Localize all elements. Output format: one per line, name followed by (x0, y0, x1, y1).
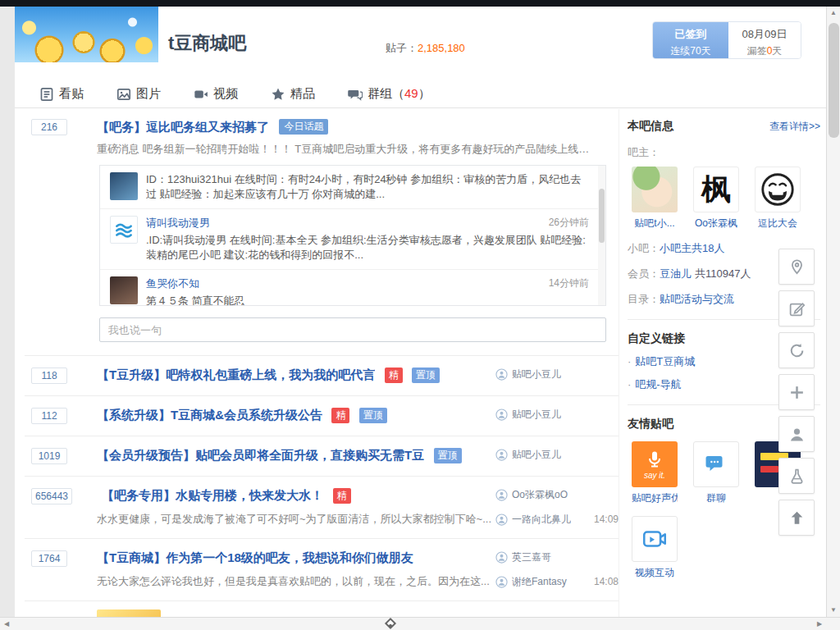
custom-link-anchor[interactable]: 贴吧T豆商城 (635, 355, 695, 368)
posts-label: 贴子： (386, 42, 418, 54)
replies-scrollbar[interactable] (598, 166, 605, 305)
scroll-left-arrow[interactable]: ◀ (0, 618, 13, 630)
avatar[interactable] (110, 216, 138, 244)
friend-forum-link[interactable]: 视频互动 (632, 566, 678, 580)
tab-videos[interactable]: 视频 (194, 86, 238, 102)
bazhu-name-link[interactable]: 贴吧t小... (632, 217, 678, 231)
reply-item: 鱼哭你不知 14分钟前 第４５条 简直不能忍 (100, 270, 605, 306)
thread-title-link[interactable]: 【吧务专用】水贴专用楼，快来发大水！ (102, 488, 323, 504)
user-icon (495, 551, 508, 564)
signin-widget: 已签到 连续70天 08月09日 漏签0天 (652, 21, 801, 59)
reply-username[interactable]: 鱼哭你不知 (146, 276, 199, 291)
tab-label: 精品 (290, 86, 315, 102)
image-icon (116, 87, 131, 102)
xiaoba-link[interactable]: 小吧主共18人 (660, 242, 724, 254)
chat-bubble-icon (704, 452, 728, 477)
horizontal-scrollbar[interactable]: ◀ ▶ (0, 617, 840, 630)
essence-badge: 精 (385, 368, 403, 383)
reply-item: ID：123hui321hui 在线时间：有时24小时，有时24秒钟 参加组织：… (100, 166, 605, 209)
reply-item: 请叫我动漫男 26分钟前 .ID:请叫我动漫男 在线时间:基本全天 参加组织:生… (100, 209, 605, 270)
tab-posts[interactable]: 看贴 (39, 86, 84, 102)
sidebar-header: 本吧信息 查看详情>> (628, 119, 820, 134)
back-to-top-button[interactable] (778, 500, 815, 536)
thread-row-partial (25, 600, 619, 617)
signin-date: 08月09日 (728, 27, 801, 42)
row-label: 会员： (628, 267, 660, 280)
friend-forum-tile[interactable]: say it. (632, 441, 678, 487)
groups-count: 49 (404, 86, 418, 100)
thread-list: 118 【T豆升级】吧特权礼包重磅上线，我为我的吧代言 精 置顶 贴吧小豆儿 1… (25, 355, 619, 617)
author-name-link[interactable]: 贴吧小豆儿 (512, 448, 561, 462)
member-title-link[interactable]: 豆油儿 (660, 267, 692, 280)
thread-title-link[interactable]: 【会员升级预告】贴吧会员即将全面升级，直接购买无需T豆 (97, 448, 424, 463)
thread-thumbnail[interactable] (97, 609, 161, 617)
thread-title-link[interactable]: 【T豆升级】吧特权礼包重磅上线，我为我的吧代言 (97, 368, 375, 383)
browser-top-strip (0, 0, 840, 7)
reply-count-badge: 118 (31, 368, 67, 384)
toolbar-lab-button[interactable] (778, 458, 815, 494)
groups-suffix: ） (418, 86, 431, 100)
view-detail-link[interactable]: 查看详情>> (769, 120, 820, 134)
reply-count-badge: 1764 (31, 550, 67, 567)
author-name-link[interactable]: 贴吧小豆儿 (512, 368, 561, 381)
avatar[interactable]: 枫 (693, 167, 739, 212)
avatar[interactable] (632, 167, 678, 212)
tab-groups[interactable]: 群组（49） (348, 86, 431, 102)
tab-pictures[interactable]: 图片 (116, 86, 161, 102)
scroll-up-arrow[interactable]: ▲ (827, 7, 840, 20)
forum-title: t豆商城吧 (168, 31, 246, 56)
scroll-down-arrow[interactable]: ▼ (827, 604, 840, 617)
scroll-right-arrow[interactable]: ▶ (813, 618, 826, 630)
author-name-link[interactable]: 贴吧小豆儿 (512, 408, 561, 422)
posts-count: 2,185,180 (418, 42, 465, 54)
toolbar-post-button[interactable] (778, 290, 815, 326)
last-reply-user-link[interactable]: 谢绝Fantasy (512, 575, 567, 589)
last-reply-user-link[interactable]: 一路向北鼻儿 (512, 513, 571, 527)
document-icon (39, 87, 54, 102)
friend-forum-cell: 群聊 (693, 441, 739, 505)
last-reply: 一路向北鼻儿 14:09 (495, 512, 619, 527)
bazhu-name-link[interactable]: 逗比大会 (755, 217, 801, 231)
reply-text: 第４５条 简直不能忍 (146, 294, 589, 306)
groups-label: 群组（ (368, 86, 404, 100)
essence-badge: 精 (333, 488, 351, 504)
thread-title-link[interactable]: 【T豆商城】作为第一个18级的吧友，我想说和你们做朋友 (97, 550, 413, 566)
tab-label: 群组（49） (368, 86, 431, 102)
avatar[interactable] (110, 172, 138, 200)
directory-link[interactable]: 贴吧活动与交流 (660, 293, 734, 305)
autoscroll-anchor-icon (385, 618, 396, 629)
bazhu-name-link[interactable]: Oo张霖枫 (693, 217, 739, 231)
thread-title-link[interactable]: 【系统升级】T豆商城&会员系统升级公告 (97, 408, 322, 423)
signin-button[interactable]: 已签到 连续70天 (653, 22, 728, 58)
friend-forum-tile[interactable] (693, 441, 739, 487)
reply-text: .ID:请叫我动漫男 在线时间:基本全天 参加组织:生活分类审核志愿者，兴趣发展… (146, 233, 589, 262)
reply-username[interactable]: 请叫我动漫男 (146, 216, 210, 231)
toolbar-location-button[interactable] (778, 249, 815, 285)
signin-missed: 漏签0天 (728, 44, 801, 58)
thread-second-line: 水水更健康，可是发成海了被淹了可不好呵~为了版面清洁，所以大家都控制下哈~...… (25, 512, 619, 527)
toolbar-add-button[interactable] (778, 374, 815, 410)
vertical-scrollbar[interactable]: ▲ ▼ (826, 7, 840, 617)
forum-banner-image (15, 7, 158, 62)
friend-forum-tile[interactable] (632, 516, 678, 562)
avatar[interactable] (110, 276, 138, 304)
replies-scrollbar-thumb[interactable] (599, 189, 605, 243)
avatar[interactable] (755, 167, 801, 212)
friend-forum-link[interactable]: 贴吧好声优 (632, 491, 678, 505)
tab-featured[interactable]: 精品 (271, 86, 315, 102)
thread-row: 1019 【会员升级预告】贴吧会员即将全面升级，直接购买无需T豆 置顶 贴吧小豆… (25, 436, 619, 476)
bazhu-cell: 逗比大会 (755, 167, 801, 231)
content-area: t豆商城吧 贴子：2,185,180 已签到 连续70天 08月09日 漏签0天… (15, 7, 826, 617)
row-label: 目录： (628, 293, 660, 305)
quick-reply-input[interactable] (99, 317, 606, 342)
avatar-text: 枫 (701, 175, 731, 204)
thread-title-link[interactable]: 【吧务】逗比吧务组又来招募了 (97, 120, 269, 134)
friend-forum-link[interactable]: 群聊 (693, 491, 739, 505)
vertical-scrollbar-thumb[interactable] (829, 23, 839, 138)
author-name-link[interactable]: Oo张霖枫oO (512, 488, 568, 502)
toolbar-user-button[interactable] (778, 416, 815, 452)
toolbar-refresh-button[interactable] (778, 332, 815, 368)
bazhu-avatars: 贴吧t小... 枫 Oo张霖枫 逗比大会 (632, 167, 820, 231)
author-name-link[interactable]: 英三嘉哥 (512, 550, 551, 564)
custom-link-anchor[interactable]: 吧规-导航 (635, 378, 681, 390)
